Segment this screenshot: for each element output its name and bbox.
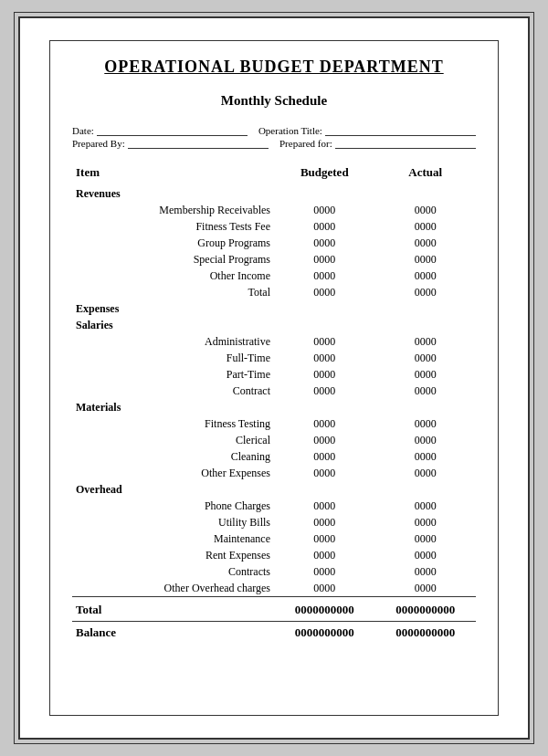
actual-other-overhead-charges: 0000 <box>375 580 477 597</box>
revenues-header: Revenues <box>72 185 476 202</box>
item-maintenance: Maintenance <box>72 530 274 547</box>
item-contract: Contract <box>72 383 274 399</box>
actual-group-programs: 0000 <box>375 235 477 251</box>
budget-membership-receivables: 0000 <box>274 202 375 218</box>
actual-utility-bills: 0000 <box>375 514 477 530</box>
item-full-time: Full-Time <box>72 350 274 366</box>
budget-revenues-total: 0000 <box>274 284 375 300</box>
total-actual: 0000000000 <box>375 597 477 622</box>
page-title: Operational Budget Department <box>72 58 476 77</box>
section-revenues: Revenues <box>72 185 476 202</box>
actual-part-time: 0000 <box>375 366 477 383</box>
budget-group-programs: 0000 <box>274 235 375 251</box>
item-other-expenses: Other Expenses <box>72 465 274 481</box>
subsection-salaries: Salaries <box>72 317 476 333</box>
form-fields: Date: Operation Title: Prepared By: Prep… <box>72 125 476 149</box>
operation-title-line <box>325 125 476 136</box>
total-row: Total 0000000000 0000000000 <box>72 597 476 622</box>
table-row: Fitness Tests Fee 0000 0000 <box>72 218 476 235</box>
budget-other-expenses: 0000 <box>274 465 375 481</box>
table-row: Clerical 0000 0000 <box>72 432 476 448</box>
actual-administrative: 0000 <box>375 333 477 350</box>
table-row: Phone Charges 0000 0000 <box>72 498 476 514</box>
actual-phone-charges: 0000 <box>375 498 477 514</box>
budget-full-time: 0000 <box>274 350 375 366</box>
table-row: Group Programs 0000 0000 <box>72 235 476 251</box>
budget-fitness-testing: 0000 <box>274 415 375 432</box>
table-row: Contract 0000 0000 <box>72 383 476 399</box>
item-phone-charges: Phone Charges <box>72 498 274 514</box>
expenses-header: Expenses <box>72 300 476 317</box>
actual-special-programs: 0000 <box>375 251 477 268</box>
item-part-time: Part-Time <box>72 366 274 383</box>
table-row: Full-Time 0000 0000 <box>72 350 476 366</box>
budget-other-overhead-charges: 0000 <box>274 580 375 597</box>
actual-clerical: 0000 <box>375 432 477 448</box>
actual-cleaning: 0000 <box>375 448 477 465</box>
item-other-overhead-charges: Other Overhead charges <box>72 580 274 597</box>
balance-label: Balance <box>72 622 274 645</box>
prepared-by-label: Prepared By: <box>72 138 125 149</box>
table-row: Other Overhead charges 0000 0000 <box>72 580 476 597</box>
budget-contracts: 0000 <box>274 563 375 580</box>
item-fitness-testing: Fitness Testing <box>72 415 274 432</box>
item-administrative: Administrative <box>72 333 274 350</box>
table-row: Special Programs 0000 0000 <box>72 251 476 268</box>
item-special-programs: Special Programs <box>72 251 274 268</box>
table-row: Maintenance 0000 0000 <box>72 530 476 547</box>
budget-table: Item Budgeted Actual Revenues Membership… <box>72 163 476 644</box>
balance-row: Balance 0000000000 0000000000 <box>72 622 476 645</box>
budget-utility-bills: 0000 <box>274 514 375 530</box>
table-row: Rent Expenses 0000 0000 <box>72 547 476 563</box>
col-header-item: Item <box>72 163 274 185</box>
item-fitness-tests-fee: Fitness Tests Fee <box>72 218 274 235</box>
prepared-by-line <box>128 138 269 149</box>
budget-rent-expenses: 0000 <box>274 547 375 563</box>
table-row: Contracts 0000 0000 <box>72 563 476 580</box>
table-row: Total 0000 0000 <box>72 284 476 300</box>
prepared-for-line <box>335 138 476 149</box>
col-header-actual: Actual <box>375 163 477 185</box>
balance-budgeted: 0000000000 <box>274 622 375 645</box>
monthly-schedule-subtitle: Monthly Schedule <box>72 93 476 109</box>
item-utility-bills: Utility Bills <box>72 514 274 530</box>
item-membership-receivables: Membership Receivables <box>72 202 274 218</box>
actual-rent-expenses: 0000 <box>375 547 477 563</box>
total-budgeted: 0000000000 <box>274 597 375 622</box>
section-expenses: Expenses <box>72 300 476 317</box>
budget-fitness-tests-fee: 0000 <box>274 218 375 235</box>
form-row-prepared: Prepared By: Prepared for: <box>72 138 476 149</box>
materials-header: Materials <box>72 399 476 415</box>
operation-title-label: Operation Title: <box>258 125 322 136</box>
actual-contract: 0000 <box>375 383 477 399</box>
actual-other-expenses: 0000 <box>375 465 477 481</box>
actual-revenues-total: 0000 <box>375 284 477 300</box>
item-revenues-total: Total <box>72 284 274 300</box>
item-rent-expenses: Rent Expenses <box>72 547 274 563</box>
subsection-overhead: Overhead <box>72 481 476 498</box>
table-row: Other Expenses 0000 0000 <box>72 465 476 481</box>
actual-other-income: 0000 <box>375 268 477 284</box>
table-row: Other Income 0000 0000 <box>72 268 476 284</box>
item-clerical: Clerical <box>72 432 274 448</box>
budget-maintenance: 0000 <box>274 530 375 547</box>
table-row: Part-Time 0000 0000 <box>72 366 476 383</box>
page: Operational Budget Department Monthly Sc… <box>18 16 530 740</box>
budget-contract: 0000 <box>274 383 375 399</box>
table-row: Membership Receivables 0000 0000 <box>72 202 476 218</box>
date-line <box>97 125 248 136</box>
actual-fitness-testing: 0000 <box>375 415 477 432</box>
form-row-date: Date: Operation Title: <box>72 125 476 136</box>
actual-maintenance: 0000 <box>375 530 477 547</box>
table-header-row: Item Budgeted Actual <box>72 163 476 185</box>
page-inner: Operational Budget Department Monthly Sc… <box>49 40 499 716</box>
budget-administrative: 0000 <box>274 333 375 350</box>
balance-actual: 0000000000 <box>375 622 477 645</box>
item-group-programs: Group Programs <box>72 235 274 251</box>
table-row: Utility Bills 0000 0000 <box>72 514 476 530</box>
budget-other-income: 0000 <box>274 268 375 284</box>
table-row: Administrative 0000 0000 <box>72 333 476 350</box>
actual-fitness-tests-fee: 0000 <box>375 218 477 235</box>
table-row: Cleaning 0000 0000 <box>72 448 476 465</box>
subsection-materials: Materials <box>72 399 476 415</box>
